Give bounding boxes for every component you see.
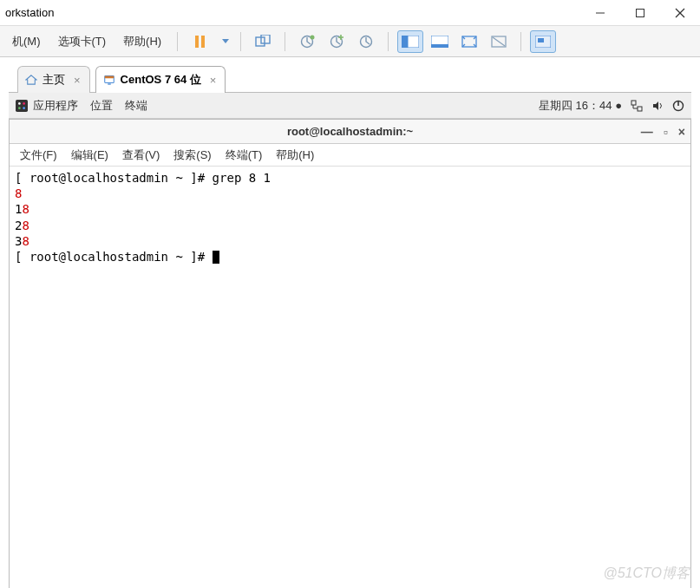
terminal-menubar: 文件(F) 编辑(E) 查看(V) 搜索(S) 终端(T) 帮助(H)	[10, 144, 690, 167]
close-button[interactable]	[660, 0, 700, 26]
snapshot-manager-button[interactable]	[353, 30, 379, 53]
svg-rect-22	[16, 100, 28, 112]
terminal-minimize-button[interactable]: —	[641, 125, 653, 139]
separator	[388, 32, 389, 51]
svg-rect-5	[261, 35, 270, 43]
view-mode-1-button[interactable]	[397, 30, 423, 53]
minimize-button[interactable]	[580, 0, 620, 26]
menu-help[interactable]: 帮助(H)	[116, 30, 168, 53]
separator	[285, 32, 285, 51]
term-menu-help[interactable]: 帮助(H)	[271, 146, 319, 165]
guest-top-panel: 应用程序 位置 终端 星期四 16：44 ●	[9, 93, 691, 119]
outer-window-title: orkstation	[5, 6, 54, 19]
term-menu-edit[interactable]: 编辑(E)	[66, 146, 114, 165]
clock[interactable]: 星期四 16：44 ●	[539, 98, 622, 114]
term-menu-file[interactable]: 文件(F)	[15, 146, 62, 165]
applications-menu[interactable]: 应用程序	[16, 98, 78, 114]
svg-line-16	[493, 37, 505, 46]
network-icon[interactable]	[631, 100, 643, 112]
menu-machine[interactable]: 机(M)	[5, 30, 48, 53]
close-icon[interactable]: ×	[74, 74, 81, 87]
svg-rect-20	[104, 76, 114, 79]
terminal-titlebar[interactable]: root@localhostadmin:~ — ▫ ×	[10, 120, 690, 144]
term-menu-terminal[interactable]: 终端(T)	[220, 146, 268, 165]
outer-window-titlebar: orkstation	[0, 0, 700, 26]
terminal-maximize-button[interactable]: ▫	[664, 125, 668, 139]
vmware-toolbar: 机(M) 选项卡(T) 帮助(H)	[0, 26, 700, 57]
separator	[520, 32, 521, 51]
svg-rect-28	[638, 107, 642, 111]
maximize-button[interactable]	[620, 0, 660, 26]
power-icon[interactable]	[672, 100, 684, 112]
terminal-close-button[interactable]: ×	[678, 125, 685, 139]
terminal-window: root@localhostadmin:~ — ▫ × 文件(F) 编辑(E) …	[9, 119, 691, 588]
pause-button[interactable]	[186, 30, 213, 53]
terminal-title-text: root@localhostadmin:~	[287, 125, 413, 138]
svg-rect-1	[637, 9, 644, 16]
terminal-menu[interactable]: 终端	[125, 98, 147, 114]
separator	[177, 32, 178, 51]
close-icon[interactable]: ×	[210, 74, 217, 87]
window-controls	[580, 0, 700, 26]
snapshot-button-2[interactable]	[324, 30, 350, 53]
svg-point-24	[23, 102, 25, 105]
term-menu-search[interactable]: 搜索(S)	[168, 146, 216, 165]
svg-point-23	[18, 102, 21, 105]
svg-rect-13	[431, 44, 448, 48]
tab-home[interactable]: 主页 ×	[17, 66, 90, 93]
svg-point-26	[23, 107, 25, 109]
menu-tabs[interactable]: 选项卡(T)	[51, 30, 114, 53]
chevron-down-icon	[222, 39, 229, 43]
svg-point-25	[18, 107, 21, 109]
svg-rect-18	[538, 38, 544, 42]
send-keys-button[interactable]	[250, 30, 276, 53]
term-menu-view[interactable]: 查看(V)	[117, 146, 165, 165]
home-icon	[25, 75, 37, 85]
cursor	[213, 251, 219, 264]
separator	[240, 32, 241, 51]
vm-tab-bar: 主页 × CentOS 7 64 位 ×	[0, 57, 700, 93]
applications-icon	[16, 100, 28, 112]
svg-rect-10	[402, 36, 408, 48]
fullscreen-button[interactable]	[456, 30, 482, 53]
thumbnail-button[interactable]	[530, 30, 556, 53]
svg-rect-4	[256, 37, 265, 46]
terminal-body[interactable]: [ root@localhostadmin ~ ]# grep 8 1 8 18…	[10, 167, 690, 588]
svg-rect-21	[108, 83, 111, 84]
tab-home-label: 主页	[43, 72, 65, 88]
snapshot-button-1[interactable]	[294, 30, 320, 53]
watermark: @51CTO博客	[603, 565, 690, 583]
unity-button[interactable]	[486, 30, 512, 53]
volume-icon[interactable]	[651, 100, 664, 112]
view-mode-2-button[interactable]	[427, 30, 453, 53]
svg-rect-11	[408, 36, 419, 48]
vm-icon	[103, 74, 115, 86]
places-menu[interactable]: 位置	[90, 98, 113, 114]
svg-point-7	[311, 35, 315, 39]
power-dropdown-button[interactable]	[216, 30, 232, 53]
tab-centos-label: CentOS 7 64 位	[121, 72, 201, 88]
svg-rect-27	[631, 101, 636, 105]
tab-centos[interactable]: CentOS 7 64 位 ×	[95, 66, 226, 93]
